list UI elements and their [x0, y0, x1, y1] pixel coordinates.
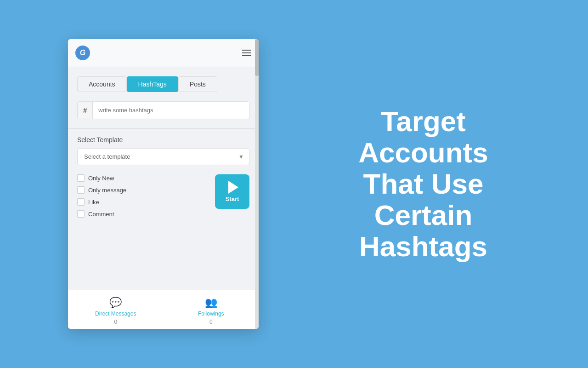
- followings-icon: 👥: [205, 297, 217, 309]
- nav-direct-messages[interactable]: 💬 Direct Messages 0: [68, 290, 164, 329]
- app-header: G: [68, 39, 259, 67]
- tabs-container: Accounts HashTags Posts: [68, 67, 259, 92]
- tab-posts[interactable]: Posts: [178, 76, 217, 92]
- comment-label: Comment: [88, 211, 114, 218]
- direct-messages-icon: 💬: [109, 297, 122, 309]
- template-select-wrapper: Select a template ▼: [77, 148, 249, 165]
- bottom-nav: 💬 Direct Messages 0 👥 Followings 0: [68, 290, 259, 329]
- start-label: Start: [226, 196, 239, 202]
- headline-container: Target Accounts That Use Certain Hashtag…: [259, 87, 588, 281]
- direct-messages-count: 0: [114, 319, 117, 325]
- hamburger-menu-icon[interactable]: [242, 50, 251, 56]
- followings-label: Followings: [198, 310, 224, 317]
- scrollbar-thumb[interactable]: [255, 39, 259, 76]
- options-row: Only New Only message Like Comment Start: [68, 165, 259, 218]
- checkbox-only-new[interactable]: Only New: [77, 174, 126, 182]
- checkbox-comment[interactable]: Comment: [77, 210, 126, 218]
- tab-accounts[interactable]: Accounts: [77, 76, 127, 92]
- only-new-label: Only New: [88, 175, 114, 182]
- play-icon: [228, 181, 238, 194]
- like-label: Like: [88, 199, 99, 206]
- select-template-label: Select Template: [77, 136, 249, 144]
- hashtag-symbol: #: [78, 102, 93, 119]
- nav-followings[interactable]: 👥 Followings 0: [164, 290, 259, 329]
- only-new-checkbox[interactable]: [77, 174, 85, 182]
- tab-hashtags[interactable]: HashTags: [127, 76, 178, 92]
- hashtag-input[interactable]: [93, 102, 249, 119]
- only-message-label: Only message: [88, 187, 126, 194]
- checkboxes-group: Only New Only message Like Comment: [77, 174, 126, 218]
- followings-count: 0: [209, 319, 213, 325]
- only-message-checkbox[interactable]: [77, 186, 85, 194]
- app-logo: G: [75, 46, 90, 60]
- select-template-section: Select Template Select a template ▼: [68, 129, 259, 165]
- template-select[interactable]: Select a template: [77, 148, 249, 165]
- start-button[interactable]: Start: [215, 174, 249, 209]
- like-checkbox[interactable]: [77, 198, 85, 206]
- direct-messages-label: Direct Messages: [95, 310, 136, 317]
- comment-checkbox[interactable]: [77, 210, 85, 218]
- hashtag-input-area: #: [77, 101, 249, 119]
- checkbox-only-message[interactable]: Only message: [77, 186, 126, 194]
- app-window: G Accounts HashTags Posts # Select Templ…: [68, 39, 259, 329]
- checkbox-like[interactable]: Like: [77, 198, 126, 206]
- main-headline: Target Accounts That Use Certain Hashtag…: [327, 106, 520, 263]
